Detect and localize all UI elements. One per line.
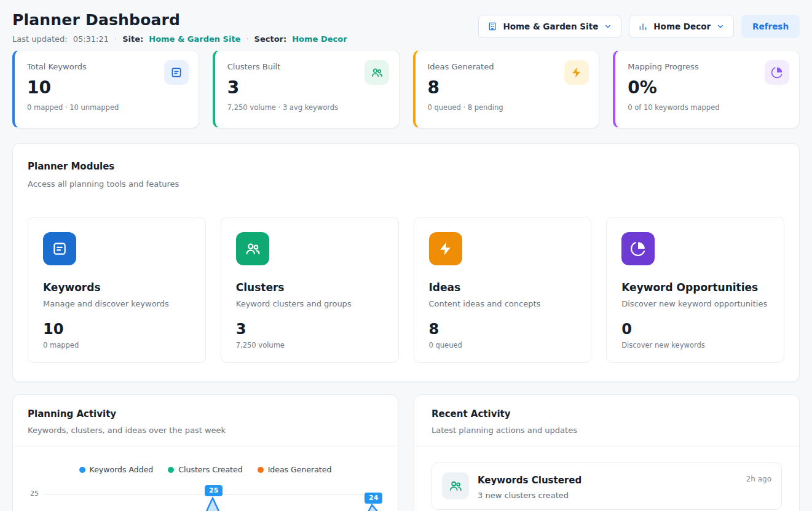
- chevron-down-icon: [716, 22, 725, 31]
- legend-item-keywords-added: Keywords Added: [79, 465, 154, 474]
- legend-dot-orange: [258, 467, 264, 473]
- legend-item-clusters-created: Clusters Created: [168, 465, 242, 474]
- module-subtext: Discover new keywords: [621, 341, 769, 349]
- module-value: 0: [621, 321, 769, 338]
- recent-activity-item[interactable]: Keywords Clustered 3 new clusters create…: [432, 462, 782, 510]
- stat-subtext: 0 queued · 8 pending: [428, 103, 587, 112]
- activity-chart-area: Keywords Added Clusters Created Ideas Ge…: [13, 447, 398, 511]
- legend-label: Clusters Created: [178, 465, 242, 474]
- sector-selector-label: Home Decor: [653, 21, 711, 31]
- sector-link[interactable]: Home Decor: [292, 34, 347, 44]
- stat-label: Total Keywords: [27, 62, 186, 71]
- stat-label: Mapping Progress: [628, 62, 787, 71]
- panel-subtitle: Latest planning actions and updates: [432, 426, 784, 435]
- separator-dot: ·: [246, 34, 248, 44]
- module-value: 8: [429, 321, 577, 338]
- module-card-keywords[interactable]: Keywords Manage and discover keywords 10…: [28, 217, 206, 363]
- sector-label: Sector:: [254, 34, 287, 44]
- stat-card-total-keywords: Total Keywords 10 0 mapped · 10 unmapped: [12, 50, 199, 128]
- topbar-left: Planner Dashboard Last updated: 05:31:21…: [12, 11, 347, 44]
- section-subtitle: Access all planning tools and features: [28, 179, 784, 189]
- legend-item-ideas-generated: Ideas Generated: [258, 465, 332, 474]
- stat-value: 10: [27, 77, 186, 98]
- module-subtext: 0 queued: [429, 341, 577, 349]
- recent-activity-panel: Recent Activity Latest planning actions …: [414, 394, 800, 511]
- stat-value: 3: [227, 77, 387, 98]
- stat-value: 0%: [628, 77, 787, 98]
- building-icon: [487, 21, 497, 31]
- meta-line: Last updated: 05:31:21 · Site: Home & Ga…: [12, 34, 347, 44]
- module-subtext: 0 mapped: [43, 341, 191, 349]
- refresh-button[interactable]: Refresh: [741, 15, 800, 38]
- bottom-panels-row: Planning Activity Keywords, clusters, an…: [12, 394, 800, 511]
- users-icon: [236, 232, 269, 265]
- planning-activity-panel: Planning Activity Keywords, clusters, an…: [12, 394, 398, 511]
- stat-cards-row: Total Keywords 10 0 mapped · 10 unmapped…: [12, 50, 800, 128]
- stat-subtext: 0 mapped · 10 unmapped: [27, 103, 186, 112]
- note-icon: [164, 60, 189, 85]
- stat-label: Ideas Generated: [428, 62, 587, 71]
- legend-label: Ideas Generated: [268, 465, 332, 474]
- panel-title: Planning Activity: [28, 408, 383, 419]
- sector-selector-dropdown[interactable]: Home Decor: [629, 15, 734, 38]
- module-description: Content ideas and concepts: [429, 299, 577, 308]
- topbar-controls: Home & Garden Site Home Decor Refresh: [478, 11, 800, 38]
- stat-value: 8: [428, 77, 587, 98]
- panel-header: Planning Activity Keywords, clusters, an…: [13, 395, 398, 447]
- page-title: Planner Dashboard: [12, 11, 347, 29]
- users-icon: [442, 472, 469, 499]
- stat-subtext: 7,250 volume · 3 avg keywords: [227, 103, 387, 112]
- module-subtext: 7,250 volume: [236, 341, 384, 349]
- modules-grid: Keywords Manage and discover keywords 10…: [28, 217, 784, 363]
- site-selector-label: Home & Garden Site: [503, 21, 598, 31]
- data-point-label: 24: [365, 493, 382, 504]
- pie-chart-icon: [621, 232, 655, 265]
- module-value: 3: [236, 321, 384, 338]
- pie-chart-icon: [765, 60, 789, 85]
- recent-item-text: Keywords Clustered 3 new clusters create…: [478, 472, 738, 500]
- topbar: Planner Dashboard Last updated: 05:31:21…: [12, 11, 800, 44]
- panel-header: Recent Activity Latest planning actions …: [414, 395, 799, 447]
- module-title: Clusters: [236, 281, 384, 294]
- last-updated-label: Last updated:: [12, 34, 68, 44]
- stat-card-mapping-progress: Mapping Progress 0% 0 of 10 keywords map…: [613, 50, 800, 128]
- site-selector-dropdown[interactable]: Home & Garden Site: [478, 15, 621, 38]
- bolt-icon: [429, 232, 462, 265]
- chevron-down-icon: [604, 22, 612, 31]
- module-card-keyword-opportunities[interactable]: Keyword Opportunities Discover new keywo…: [606, 217, 784, 363]
- legend-dot-green: [168, 467, 174, 473]
- panel-subtitle: Keywords, clusters, and ideas over the p…: [28, 426, 383, 435]
- last-updated-value: 05:31:21: [73, 34, 109, 44]
- module-card-clusters[interactable]: Clusters Keyword clusters and groups 3 7…: [221, 217, 399, 363]
- recent-item-timestamp: 2h ago: [746, 472, 771, 483]
- area-chart: 25 25 24: [28, 482, 383, 511]
- module-title: Ideas: [429, 281, 577, 294]
- section-title: Planner Modules: [28, 161, 784, 172]
- note-icon: [43, 232, 76, 265]
- module-title: Keyword Opportunities: [621, 281, 769, 294]
- planner-dashboard-page: Planner Dashboard Last updated: 05:31:21…: [0, 0, 812, 511]
- recent-item-title: Keywords Clustered: [478, 475, 738, 486]
- stat-label: Clusters Built: [227, 62, 387, 71]
- bar-chart-icon: [638, 21, 648, 31]
- recent-activity-list: Keywords Clustered 3 new clusters create…: [414, 447, 799, 511]
- legend-label: Keywords Added: [90, 465, 154, 474]
- planner-modules-section: Planner Modules Access all planning tool…: [12, 143, 800, 382]
- stat-card-clusters-built: Clusters Built 3 7,250 volume · 3 avg ke…: [213, 50, 400, 128]
- panel-title: Recent Activity: [432, 408, 784, 419]
- stat-card-ideas-generated: Ideas Generated 8 0 queued · 8 pending: [413, 50, 600, 128]
- users-icon: [365, 60, 389, 85]
- module-description: Keyword clusters and groups: [236, 299, 384, 308]
- module-title: Keywords: [43, 281, 191, 294]
- site-label: Site:: [122, 34, 143, 44]
- legend-dot-blue: [79, 467, 85, 473]
- module-description: Manage and discover keywords: [43, 299, 191, 308]
- chart-legend: Keywords Added Clusters Created Ideas Ge…: [28, 465, 383, 474]
- module-value: 10: [43, 321, 191, 338]
- data-point-label: 25: [205, 485, 223, 496]
- separator-dot: ·: [114, 34, 117, 44]
- module-card-ideas[interactable]: Ideas Content ideas and concepts 8 0 que…: [414, 217, 592, 363]
- bolt-icon: [564, 60, 589, 85]
- y-axis-tick: 25: [30, 490, 39, 497]
- site-link[interactable]: Home & Garden Site: [149, 34, 240, 44]
